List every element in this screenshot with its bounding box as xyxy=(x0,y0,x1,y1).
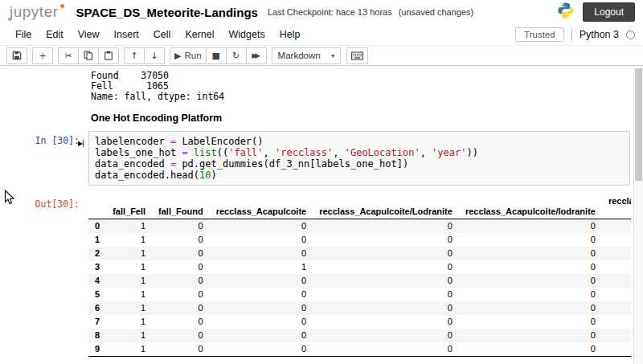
column-header: recclass_Acapulcoite xyxy=(210,194,313,219)
logout-button[interactable]: Logout xyxy=(583,2,635,22)
dataframe-head-row: fall_Fellfall_Foundrecclass_Acapulcoiter… xyxy=(88,194,631,219)
add-cell-button[interactable]: + xyxy=(32,47,53,64)
table-cell: 0 xyxy=(459,274,602,288)
table-cell: 0 xyxy=(210,219,313,234)
row-index: 4 xyxy=(88,274,106,288)
markdown-heading[interactable]: One Hot Encoding Platform xyxy=(91,112,643,124)
table-cell: 0 xyxy=(459,342,602,357)
row-index: 7 xyxy=(88,315,106,329)
table-cell: 0 xyxy=(459,301,602,315)
table-cell: 0 xyxy=(602,288,631,301)
jupyter-logo[interactable]: jupyter xyxy=(10,3,59,21)
table-cell: 1 xyxy=(106,288,152,301)
run-cell-button[interactable]: ▶ Run xyxy=(170,47,207,64)
command-palette-button[interactable] xyxy=(346,47,368,64)
kernel-idle-icon xyxy=(626,31,635,39)
table-cell: 1 xyxy=(106,260,152,274)
copy-icon xyxy=(84,51,93,60)
code-line: labelencoder = LabelEncoder() xyxy=(95,136,624,147)
code-line: labels_one_hot = list(('fall', 'recclass… xyxy=(95,147,624,158)
restart-kernel-button[interactable]: ↻ xyxy=(226,47,247,64)
table-cell: 0 xyxy=(210,274,313,288)
table-cell: 0 xyxy=(210,342,313,357)
column-header: fall_Fell xyxy=(106,194,152,219)
paste-icon xyxy=(104,51,113,60)
cell-type-dropdown[interactable]: Markdown ▼ xyxy=(272,47,341,64)
save-icon xyxy=(12,51,22,60)
output-cell: Out[30]: fall_Fellfall_Foundrecclass_Aca… xyxy=(0,194,643,357)
menu-file[interactable]: File xyxy=(8,26,39,43)
arrow-down-icon: ↓ xyxy=(150,51,158,60)
restart-run-all-button[interactable]: ▶▶ xyxy=(246,47,267,64)
table-cell: 0 xyxy=(313,329,459,342)
table-cell: 0 xyxy=(210,301,313,315)
paste-cell-button[interactable] xyxy=(98,47,119,64)
table-cell: 0 xyxy=(459,288,602,301)
table-cell: 1 xyxy=(210,260,313,274)
keyboard-icon xyxy=(351,51,363,60)
row-index: 0 xyxy=(88,219,106,234)
interrupt-kernel-button[interactable]: ■ xyxy=(206,47,227,64)
table-row: 110000000 xyxy=(88,233,631,247)
cell-fold-icon[interactable]: ▶▏ xyxy=(78,140,88,147)
python-logo-icon xyxy=(557,2,575,22)
checkpoint-text: Last Checkpoint: hace 13 horas xyxy=(268,7,392,17)
table-row: 810000000 xyxy=(88,329,631,342)
table-row: 910000000 xyxy=(88,342,631,357)
table-cell: 0 xyxy=(152,315,210,329)
move-cell-up-button[interactable]: ↑ xyxy=(124,47,145,64)
table-row: 010000000 xyxy=(88,219,631,234)
table-row: 210000000 xyxy=(88,247,631,260)
menu-widgets[interactable]: Widgets xyxy=(222,26,272,43)
row-index: 1 xyxy=(88,233,106,247)
cut-cell-button[interactable]: ✂ xyxy=(58,47,79,64)
notebook-header: jupyter SPACE_DS_Meteorite-Landings Last… xyxy=(0,0,643,24)
value-counts-output: Found 37050 Fell 1065 Name: fall, dtype:… xyxy=(91,71,643,102)
row-index: 3 xyxy=(88,260,106,274)
dataframe-body: 0100000001100000002100000003101000004100… xyxy=(88,219,631,357)
run-button-label: Run xyxy=(184,51,201,60)
trusted-badge[interactable]: Trusted xyxy=(515,27,564,42)
menu-kernel[interactable]: Kernel xyxy=(178,26,221,43)
save-button[interactable] xyxy=(6,47,27,64)
table-row: 410000000 xyxy=(88,274,631,288)
table-cell: 1 xyxy=(106,274,152,288)
move-cell-down-button[interactable]: ↓ xyxy=(144,47,165,64)
column-header: recclass_Achondrite- prim xyxy=(602,194,631,219)
menu-help[interactable]: Help xyxy=(272,26,308,43)
table-cell: 0 xyxy=(602,247,631,260)
table-cell: 0 xyxy=(152,274,210,288)
row-index: 9 xyxy=(88,342,106,357)
play-icon: ▶ xyxy=(174,51,181,60)
column-header: fall_Found xyxy=(152,194,210,219)
table-cell: 0 xyxy=(459,247,602,260)
menu-edit[interactable]: Edit xyxy=(39,26,71,43)
jupyter-logo-text: jupyter xyxy=(10,3,59,20)
output-prompt: Out[30]: xyxy=(0,194,88,357)
table-cell: 0 xyxy=(313,274,459,288)
menu-cell[interactable]: Cell xyxy=(146,26,178,43)
table-row: 610000000 xyxy=(88,301,631,315)
table-cell: 0 xyxy=(602,260,631,274)
table-cell: 0 xyxy=(152,219,210,234)
table-cell: 0 xyxy=(313,288,459,301)
restart-icon: ↻ xyxy=(232,51,240,60)
arrow-up-icon: ↑ xyxy=(130,51,137,60)
scrollbar-thumb[interactable] xyxy=(635,68,642,181)
copy-cell-button[interactable] xyxy=(78,47,99,64)
code-editor[interactable]: labelencoder = LabelEncoder()labels_one_… xyxy=(88,131,630,186)
table-cell: 0 xyxy=(602,315,631,329)
toolbar: + ✂ ↑ ↓ ▶ Run ■ ↻ ▶▶ Markdown ▼ xyxy=(0,46,643,66)
menu-insert[interactable]: Insert xyxy=(107,26,146,43)
table-cell: 0 xyxy=(210,247,313,260)
vertical-scrollbar[interactable] xyxy=(633,66,643,364)
table-cell: 1 xyxy=(106,315,152,329)
code-line: data_encoded = pd.get_dummies(df_3_nn[la… xyxy=(95,158,624,170)
fast-forward-icon: ▶▶ xyxy=(252,52,260,59)
menu-view[interactable]: View xyxy=(71,26,107,43)
table-cell: 0 xyxy=(152,329,210,342)
table-cell: 0 xyxy=(459,219,602,234)
notebook-title[interactable]: SPACE_DS_Meteorite-Landings xyxy=(76,6,258,19)
jupyter-logo-moon-icon xyxy=(60,4,64,8)
table-cell: 0 xyxy=(152,301,210,315)
